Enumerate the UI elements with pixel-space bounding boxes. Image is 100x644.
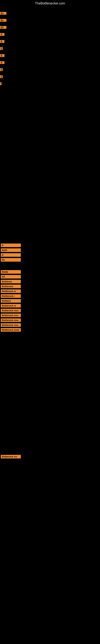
chart-area: Bo Bo B4 B B E B B E E I (0, 7, 100, 128)
result-badge-7: Bottlenec (1, 280, 21, 283)
result-badge-10: Bottleneck r (1, 294, 21, 298)
result-badge-2: Bottl (1, 248, 21, 252)
bar-6: E (0, 47, 3, 50)
result-item-1: E (1, 244, 99, 247)
bar-7: B (0, 54, 4, 57)
result-badge-9: Bottleneck re (1, 290, 21, 293)
result-badge-8: Bottleneck (1, 284, 21, 288)
results-section: E Bottl E Bo Bottle B4 Bottlenec Bottlen… (0, 240, 100, 462)
result-item-final: Bottleneck res (1, 455, 99, 458)
result-badge-14: Bottleneck resu (1, 314, 21, 317)
result-item-2: Bottl (1, 248, 99, 252)
bar-2: Bo (0, 19, 6, 22)
result-item-3: E (1, 253, 99, 257)
result-badge-4: Bo (1, 258, 21, 262)
result-item-4: Bo (1, 258, 99, 262)
bar-3: B4 (0, 26, 6, 29)
result-badge-12: Bottleneck re (1, 304, 21, 308)
result-item-11: Bottlene (1, 299, 99, 303)
result-item-6: B4 (1, 275, 99, 278)
result-badge-1: E (1, 244, 21, 247)
bar-11: I (0, 82, 1, 85)
spacer-1 (0, 128, 100, 240)
bar-4: B (0, 33, 4, 36)
result-badge-11: Bottlene (1, 299, 21, 303)
spacer-2 (0, 263, 100, 269)
result-item-12: Bottleneck re (1, 304, 99, 308)
result-badge-final: Bottleneck res (1, 455, 21, 458)
result-item-5: Bottle (1, 270, 99, 274)
result-badge-16: Bottleneck resu (1, 323, 21, 327)
bar-1: Bo (0, 12, 6, 15)
site-title: TheBottlenecker.com (0, 0, 100, 7)
result-item-15: Bottleneck resu (1, 318, 99, 322)
bar-9: E (0, 68, 3, 71)
result-item-7: Bottlenec (1, 280, 99, 283)
result-item-16: Bottleneck resu (1, 323, 99, 327)
bar-10: E (0, 75, 3, 78)
spacer-3 (0, 333, 100, 454)
bar-5: B (0, 40, 4, 43)
result-badge-3: E (1, 253, 21, 257)
result-item-13: Bottleneck resu (1, 309, 99, 312)
result-item-17: Bottleneck resul (1, 328, 99, 332)
site-header: TheBottlenecker.com (0, 0, 100, 7)
result-badge-6: B4 (1, 275, 21, 278)
bar-8: B (0, 61, 4, 64)
result-badge-5: Bottle (1, 270, 21, 274)
result-item-8: Bottleneck (1, 284, 99, 288)
result-item-10: Bottleneck r (1, 294, 99, 298)
result-item-9: Bottleneck re (1, 290, 99, 293)
result-badge-13: Bottleneck resu (1, 309, 21, 312)
result-item-14: Bottleneck resu (1, 314, 99, 317)
result-badge-17: Bottleneck resul (1, 328, 21, 332)
result-badge-15: Bottleneck resu (1, 318, 21, 322)
